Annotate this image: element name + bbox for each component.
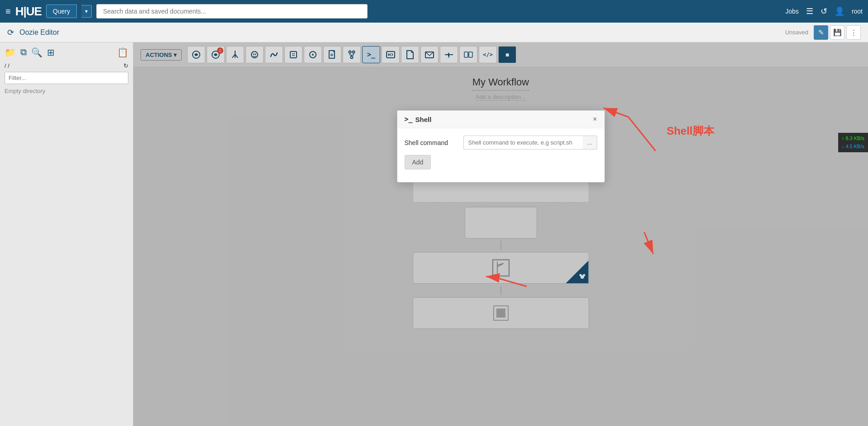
unsaved-label: Unsaved [785,29,808,36]
oozie-refresh-icon: ⟳ [7,28,14,37]
save-button[interactable]: 💾 [830,25,844,40]
refresh-icon[interactable]: ↺ [821,6,827,16]
sidebar-icon-grid[interactable]: ⊞ [47,47,55,58]
modal-close-button[interactable]: × [593,115,597,123]
browse-button[interactable]: ... [583,136,597,150]
path-label: / / [5,62,9,69]
main-layout: 📁 ⧉ 🔍 ⊞ 📋 / / ↻ Empty directory ACTIONS … [0,42,868,426]
network-stats-badge: ↑ 8.3 KB/s ↓ 4.5 KB/s [838,133,868,152]
modal-title: >_ Shell [405,115,432,123]
modal-title-icon: >_ [405,115,413,123]
jobs-list-icon[interactable]: ☰ [806,6,813,16]
top-nav: ≡ H|UE Query ▾ Jobs ☰ ↺ 👤 root [0,0,868,23]
user-label[interactable]: root [852,8,863,15]
second-bar-actions: ✎ 💾 ⋮ [814,25,861,40]
sidebar-path: / / ↻ [5,62,128,69]
sidebar: 📁 ⧉ 🔍 ⊞ 📋 / / ↻ Empty directory [0,42,133,426]
sidebar-icon-search[interactable]: 🔍 [31,47,42,58]
shell-modal: >_ Shell × Shell command ... Add [397,110,605,183]
shell-command-row: Shell command ... [405,136,597,150]
search-input[interactable] [96,4,368,19]
sidebar-icon-upload[interactable]: 📋 [117,47,128,58]
shell-command-input-group: ... [463,136,597,150]
download-speed: ↓ 4.5 KB/s [842,143,864,151]
modal-body: Shell command ... Add [397,128,604,182]
sidebar-icon-copy[interactable]: ⧉ [20,47,27,58]
shell-command-input[interactable] [463,136,583,150]
modal-overlay: >_ Shell × Shell command ... Add [133,42,868,426]
sidebar-icons: 📁 ⧉ 🔍 ⊞ 📋 [5,47,128,58]
query-dropdown[interactable]: ▾ [81,5,92,18]
nav-right: Jobs ☰ ↺ 👤 root [785,6,863,16]
add-row: Add [405,155,597,169]
sidebar-icon-folder[interactable]: 📁 [5,47,16,58]
oozie-editor-title: Oozie Editor [19,28,59,37]
upload-speed: ↑ 8.3 KB/s [842,135,864,143]
content-area: ACTIONS ▾ 2 [133,42,868,426]
empty-directory-label: Empty directory [5,88,128,94]
sidebar-filter-input[interactable] [5,72,128,84]
second-bar: ⟳ Oozie Editor Unsaved ✎ 💾 ⋮ [0,23,868,42]
add-button[interactable]: Add [405,155,431,169]
query-button[interactable]: Query [46,5,77,18]
jobs-button[interactable]: Jobs [785,8,799,15]
logo: H|UE [15,5,42,19]
shell-command-label: Shell command [405,139,459,146]
user-icon[interactable]: 👤 [835,6,844,16]
modal-header: >_ Shell × [397,111,604,128]
hamburger-menu[interactable]: ≡ [5,6,11,17]
more-button[interactable]: ⋮ [846,25,861,40]
path-refresh-icon[interactable]: ↻ [123,62,128,69]
edit-button[interactable]: ✎ [814,25,828,40]
